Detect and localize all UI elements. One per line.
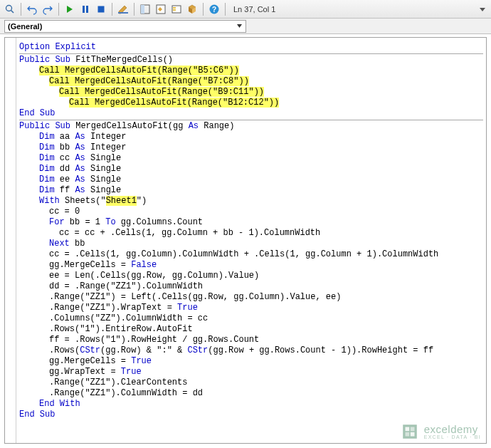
code-editor[interactable]: Option Explicit Public Sub FitTheMergedC… <box>4 37 487 444</box>
object-browser-icon[interactable] <box>169 2 184 16</box>
svg-rect-11 <box>173 7 176 9</box>
svg-rect-5 <box>98 6 105 12</box>
svg-rect-4 <box>86 6 88 13</box>
redo-icon[interactable] <box>41 2 55 16</box>
break-icon[interactable] <box>78 2 93 16</box>
svg-point-0 <box>6 5 12 11</box>
reset-icon[interactable] <box>94 2 108 16</box>
toolbox-icon[interactable] <box>185 2 199 16</box>
svg-marker-15 <box>480 8 485 11</box>
object-dropdown-value: (General) <box>8 22 42 31</box>
svg-rect-8 <box>141 5 144 14</box>
object-procedure-bar: (General) <box>0 19 491 34</box>
design-mode-icon[interactable] <box>116 2 130 16</box>
code-content[interactable]: Option Explicit Public Sub FitTheMergedC… <box>19 42 483 440</box>
cursor-position: Ln 37, Col 1 <box>233 5 275 14</box>
properties-icon[interactable] <box>154 2 168 16</box>
margin-indicator <box>6 38 16 443</box>
svg-rect-6 <box>118 12 128 14</box>
toolbar: ? Ln 37, Col 1 <box>0 0 491 19</box>
object-dropdown[interactable]: (General) <box>4 20 246 33</box>
svg-line-1 <box>11 10 14 13</box>
svg-marker-16 <box>237 24 242 28</box>
run-icon[interactable] <box>63 2 77 16</box>
svg-marker-2 <box>67 6 73 13</box>
undo-icon[interactable] <box>25 2 39 16</box>
toolbar-overflow-icon[interactable] <box>478 2 487 16</box>
project-explorer-icon[interactable] <box>138 2 152 16</box>
help-icon[interactable]: ? <box>207 2 221 16</box>
svg-text:?: ? <box>212 6 216 14</box>
svg-rect-3 <box>83 6 85 13</box>
svg-rect-12 <box>173 9 176 11</box>
find-icon[interactable] <box>3 2 17 16</box>
